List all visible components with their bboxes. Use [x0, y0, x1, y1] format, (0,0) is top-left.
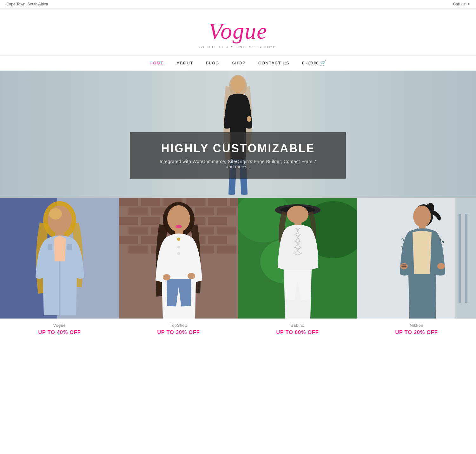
svg-rect-27 [141, 217, 160, 225]
svg-point-10 [49, 208, 62, 220]
product-image-sabino [238, 198, 357, 319]
svg-point-3 [247, 116, 251, 122]
svg-rect-16 [141, 198, 160, 206]
product-name-topshop: TopShop [119, 323, 238, 328]
svg-rect-41 [129, 246, 148, 253]
svg-point-48 [175, 225, 182, 228]
site-tagline: BUILD YOUR ONLINE STORE [6, 45, 470, 49]
svg-point-62 [287, 206, 308, 223]
product-grid: Vogue UP TO 40% OFF [0, 198, 476, 342]
top-bar: Cape Town, South Africa Call Us: + [0, 0, 476, 9]
product-card-sabino[interactable]: Sabino UP TO 60% OFF [238, 198, 357, 342]
product-discount-vogue: UP TO 40% OFF [0, 330, 119, 335]
hero-banner: HIGHLY CUSTOMIZABLE Integrated with WooC… [0, 71, 476, 198]
product-card-vogue[interactable]: Vogue UP TO 40% OFF [0, 198, 119, 342]
svg-rect-20 [230, 198, 238, 206]
hero-subtitle: Integrated with WooCommerce, SiteOrigin'… [155, 159, 321, 169]
nav-shop[interactable]: SHOP [232, 61, 246, 65]
product-image-topshop [119, 198, 238, 319]
product-card-nikkon[interactable]: Nikkon UP TO 20% OFF [357, 198, 476, 342]
svg-rect-35 [217, 227, 236, 234]
product-name-sabino: Sabino [238, 323, 357, 328]
svg-rect-74 [401, 264, 407, 266]
svg-rect-67 [459, 214, 461, 303]
svg-rect-21 [129, 207, 148, 215]
site-header: Vogue BUILD YOUR ONLINE STORE [0, 9, 476, 56]
svg-point-50 [177, 238, 180, 241]
svg-point-54 [188, 273, 195, 279]
nav-blog[interactable]: BLOG [206, 61, 219, 65]
location-text: Cape Town, South Africa [6, 2, 48, 6]
svg-rect-24 [195, 207, 214, 215]
product-card-topshop[interactable]: TopShop UP TO 30% OFF [119, 198, 238, 342]
svg-rect-40 [208, 236, 227, 244]
product-name-nikkon: Nikkon [357, 323, 476, 328]
nav-home[interactable]: HOME [150, 61, 164, 65]
svg-rect-26 [119, 217, 138, 225]
svg-point-1 [231, 76, 245, 92]
svg-point-51 [177, 246, 180, 248]
svg-rect-68 [465, 214, 467, 303]
svg-rect-31 [129, 227, 148, 234]
svg-point-70 [413, 206, 431, 227]
svg-rect-36 [119, 236, 138, 244]
svg-point-53 [163, 274, 170, 280]
svg-rect-15 [119, 198, 138, 206]
site-title[interactable]: Vogue [6, 18, 470, 44]
call-us-text: Call Us: + [453, 2, 470, 6]
svg-point-52 [177, 252, 180, 255]
hero-overlay: HIGHLY CUSTOMIZABLE Integrated with WooC… [130, 132, 346, 179]
svg-point-73 [437, 263, 445, 269]
product-discount-topshop: UP TO 30% OFF [119, 330, 238, 335]
nav-contact[interactable]: CONTACT US [258, 61, 289, 65]
svg-rect-18 [186, 198, 205, 206]
cart-nav[interactable]: 0 - £0.00 🛒 [302, 60, 326, 66]
product-image-nikkon [357, 198, 476, 319]
svg-rect-30 [208, 217, 227, 225]
product-name-vogue: Vogue [0, 323, 119, 328]
svg-rect-75 [401, 266, 407, 267]
svg-rect-45 [217, 246, 236, 253]
nav-about[interactable]: ABOUT [177, 61, 193, 65]
product-discount-sabino: UP TO 60% OFF [238, 330, 357, 335]
svg-rect-13 [67, 244, 72, 250]
product-image-vogue [0, 198, 119, 319]
svg-rect-25 [217, 207, 236, 215]
hero-title: HIGHLY CUSTOMIZABLE [155, 142, 321, 155]
svg-rect-19 [208, 198, 227, 206]
cart-label: 0 - £0.00 [302, 61, 318, 65]
cart-icon: 🛒 [320, 60, 326, 66]
svg-rect-12 [48, 244, 52, 250]
product-discount-nikkon: UP TO 20% OFF [357, 330, 476, 335]
main-navigation: HOME ABOUT BLOG SHOP CONTACT US 0 - £0.0… [0, 56, 476, 71]
